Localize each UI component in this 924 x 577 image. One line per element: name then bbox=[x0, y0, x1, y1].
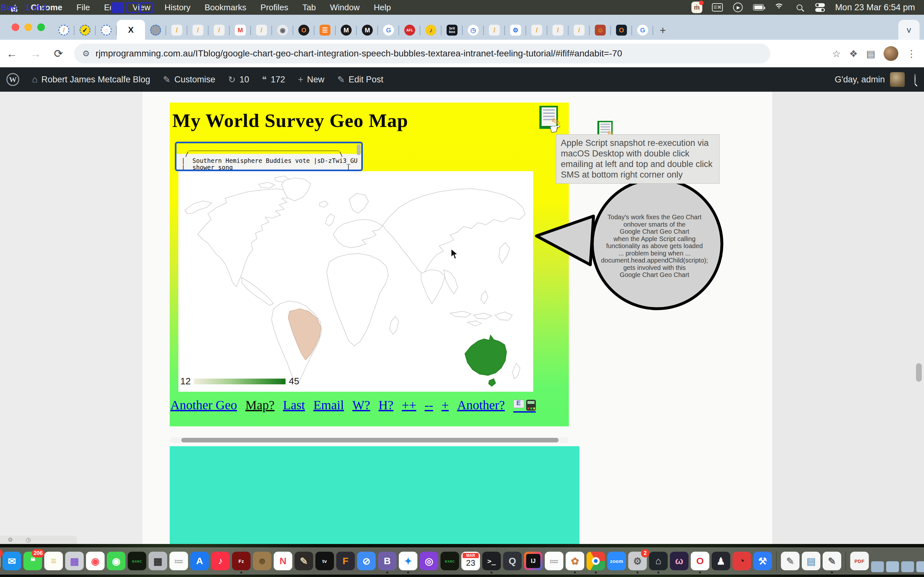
page-link-map-[interactable]: Map? bbox=[246, 398, 275, 413]
pinned-tab-10[interactable]: ◉ bbox=[272, 21, 293, 40]
country-australia[interactable] bbox=[465, 335, 507, 376]
dock-icon-textedit-2[interactable]: ≔ bbox=[545, 552, 564, 570]
page-link--[interactable]: -- bbox=[425, 398, 433, 413]
dock-icon-contacts[interactable]: ☻ bbox=[253, 552, 271, 570]
dock-icon-podcasts[interactable]: ◎ bbox=[420, 552, 438, 570]
dock-icon-stack-notes[interactable]: ✎ bbox=[781, 552, 800, 570]
dock-icon-cat-app[interactable]: ω bbox=[670, 552, 688, 570]
pinned-tab-6[interactable]: / bbox=[187, 21, 208, 40]
pinned-tab-7[interactable]: / bbox=[208, 21, 230, 40]
dock-icon-intellij-idea[interactable]: IJ bbox=[524, 552, 543, 570]
menubar-clock[interactable]: Mon 23 Mar 6:54 pm bbox=[835, 3, 915, 13]
dock-icon-notes[interactable]: ≡ bbox=[44, 552, 63, 570]
pinned-tab-25[interactable]: ☺ bbox=[590, 21, 611, 40]
pinned-tab-27[interactable]: G bbox=[632, 21, 653, 40]
email-sms-icon-links[interactable] bbox=[513, 400, 536, 413]
menu-kebab-icon[interactable]: ⋮ bbox=[907, 48, 916, 59]
dock-icon-textedit[interactable]: ≔ bbox=[170, 552, 188, 570]
dock-icon-github-desktop[interactable]: ⌂ bbox=[649, 552, 668, 570]
dock-icon-fitness[interactable]: ◉ bbox=[86, 552, 105, 570]
dock-icon-stack-pen[interactable]: ✎ bbox=[822, 552, 841, 570]
dock-icon-min-window-2[interactable] bbox=[886, 561, 899, 572]
wp-new[interactable]: +New bbox=[292, 67, 331, 92]
wp-customise[interactable]: ✎Customise bbox=[157, 67, 222, 92]
pinned-tab-26[interactable]: O bbox=[611, 21, 632, 40]
horizontal-scrollbar-thumb[interactable] bbox=[181, 438, 559, 442]
dock-icon-gimp[interactable]: ✎ bbox=[294, 552, 313, 570]
textarea-scrollbar[interactable] bbox=[357, 144, 360, 155]
dock-icon-firefox[interactable]: F bbox=[336, 552, 355, 570]
dock-icon-pdf-document[interactable]: PDF bbox=[850, 552, 869, 570]
wp-greeting[interactable]: G'day, admin bbox=[835, 75, 885, 85]
dock-icon-device-manager[interactable]: ▦ bbox=[149, 552, 167, 570]
wifi-icon[interactable] bbox=[774, 3, 784, 12]
play-icon[interactable]: ▶ bbox=[732, 3, 743, 12]
site-settings-icon[interactable]: ⚙ bbox=[82, 49, 90, 59]
dock-icon-calendar[interactable]: MAR23 bbox=[461, 552, 480, 570]
page-link-last[interactable]: Last bbox=[283, 398, 305, 413]
pinned-tab-18[interactable]: brit box bbox=[441, 21, 463, 40]
dock-icon-quicktime[interactable]: Q bbox=[503, 552, 522, 570]
close-tab-icon[interactable]: X bbox=[128, 25, 134, 35]
dock-icon-apple-tv[interactable]: tv bbox=[315, 552, 334, 570]
dock-icon-reminders[interactable]: ☰3 bbox=[0, 552, 0, 570]
back-button[interactable]: ← bbox=[0, 47, 24, 60]
page-link-w-[interactable]: W? bbox=[352, 398, 370, 413]
spotlight-icon[interactable] bbox=[794, 3, 805, 12]
horizontal-scrollbar[interactable] bbox=[170, 437, 569, 443]
battery-icon[interactable] bbox=[753, 3, 764, 12]
wp-logo[interactable]: W bbox=[0, 67, 26, 92]
menubar-item-file[interactable]: File bbox=[69, 0, 97, 15]
tab-search-chevron-button[interactable]: v bbox=[898, 20, 919, 40]
pinned-tab-5[interactable]: / bbox=[166, 21, 187, 40]
active-tab[interactable]: X bbox=[117, 20, 145, 40]
dock-icon-news[interactable]: N bbox=[274, 552, 292, 570]
pinned-tab-0[interactable]: / bbox=[53, 21, 74, 40]
zoom-window-button[interactable] bbox=[37, 23, 45, 31]
wp-updates[interactable]: ↻10 bbox=[222, 67, 256, 92]
dock-icon-bbedit[interactable]: B bbox=[378, 552, 397, 570]
pinned-tab-11[interactable]: O bbox=[293, 21, 314, 40]
speech-bubble-textarea[interactable]: ________________________________________… bbox=[175, 142, 363, 171]
page-link-email[interactable]: Email bbox=[313, 398, 344, 413]
dock-icon-xcode[interactable]: ⚒ bbox=[753, 552, 772, 570]
menubar-item-profiles[interactable]: Profiles bbox=[254, 0, 296, 15]
omnibox[interactable]: ⚙ rjmprogramming.com.au/ITblog/google-ch… bbox=[74, 44, 771, 63]
dock-icon-facetime[interactable]: ◉ bbox=[107, 552, 126, 570]
envelope-icon[interactable] bbox=[513, 400, 524, 408]
pinned-tab-17[interactable]: ♪ bbox=[420, 21, 441, 40]
dock-icon-exec-terminal-1[interactable]: exec bbox=[128, 552, 146, 570]
dock-icon-opera[interactable]: O bbox=[691, 552, 709, 570]
dock-icon-pixelmator[interactable]: ✿ bbox=[565, 552, 584, 570]
pinned-tab-4[interactable] bbox=[145, 21, 166, 40]
dock-icon-speedometer-app[interactable]: ◔ bbox=[732, 552, 751, 570]
dock-icon-filezilla[interactable]: Fz bbox=[232, 552, 250, 570]
dock-icon-exec-terminal-2[interactable]: exec bbox=[441, 552, 459, 570]
reload-button[interactable]: ⟳ bbox=[47, 47, 69, 60]
wp-admin-avatar[interactable] bbox=[890, 72, 905, 87]
pinned-tab-9[interactable]: / bbox=[251, 21, 272, 40]
minimize-window-button[interactable] bbox=[24, 23, 32, 31]
pinned-tab-1[interactable]: ✓ bbox=[74, 21, 95, 40]
dock-icon-zoom[interactable]: zoom bbox=[607, 552, 626, 570]
side-panel-icon[interactable]: ▤ bbox=[866, 48, 875, 59]
pinned-tab-22[interactable]: / bbox=[526, 21, 548, 40]
dock-icon-system-settings[interactable]: ⚙2 bbox=[628, 552, 647, 570]
menubar-item-history[interactable]: History bbox=[158, 0, 198, 15]
wp-comments[interactable]: ❝172 bbox=[256, 67, 292, 92]
dock-icon-app-store[interactable]: A bbox=[190, 552, 209, 570]
vertical-scrollbar-thumb[interactable] bbox=[916, 363, 922, 382]
dock-icon-min-window-1[interactable] bbox=[871, 561, 884, 572]
geo-chart-map[interactable]: 12 45 bbox=[178, 171, 533, 392]
pinned-tab-24[interactable]: / bbox=[569, 21, 590, 40]
dock-icon-terminal[interactable]: >_ bbox=[482, 552, 501, 570]
dock-icon-min-window-3[interactable] bbox=[901, 561, 914, 572]
url-text[interactable]: rjmprogramming.com.au/ITblog/google-char… bbox=[95, 48, 622, 59]
wp-search-icon[interactable] bbox=[914, 74, 916, 85]
page-link-h-[interactable]: H? bbox=[379, 398, 394, 413]
sms-device-icon[interactable] bbox=[526, 400, 536, 411]
bookmark-star-icon[interactable]: ☆ bbox=[832, 48, 841, 59]
page-link--[interactable]: + bbox=[441, 398, 449, 413]
close-window-button[interactable] bbox=[11, 23, 19, 31]
dock-icon-launchpad[interactable]: ▦ bbox=[65, 552, 84, 570]
